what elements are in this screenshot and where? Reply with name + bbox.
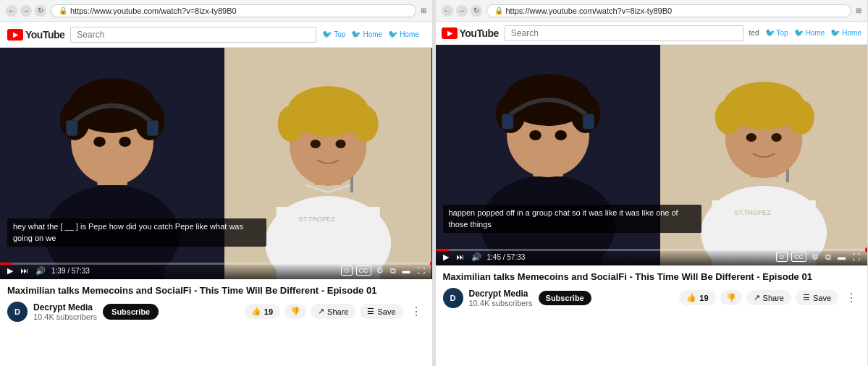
reload-button-right[interactable]: ↻ <box>471 5 482 17</box>
left-panel: ← → ↻ 🔒 https://www.youtube.com/watch?v=… <box>0 0 433 366</box>
theater-button-left[interactable]: ▬ <box>401 266 412 275</box>
svg-rect-12 <box>67 121 77 135</box>
play-button-right[interactable]: ▶ <box>442 252 450 262</box>
subtitle-text-right: happen popped off in a group chat so it … <box>449 208 678 228</box>
progress-fill-right <box>436 249 449 251</box>
twitter-top-right[interactable]: 🐦 Top <box>765 28 788 38</box>
ctrl-right-left: ⊙ CC ⚙ ⧉ ▬ ⛶ <box>341 265 426 276</box>
theater-button-right[interactable]: ▬ <box>836 252 847 261</box>
next-button-left[interactable]: ⏭ <box>19 266 30 275</box>
subscribe-button-right[interactable]: Subscribe <box>539 291 591 305</box>
share-button-left[interactable]: ↗ Share <box>311 304 355 319</box>
search-input-right[interactable] <box>505 25 743 41</box>
time-display-right: 1:45 / 57:33 <box>487 253 526 261</box>
lock-icon-right: 🔒 <box>494 7 503 14</box>
dislike-button-left[interactable]: 👎 <box>285 304 306 319</box>
miniplayer-button-left[interactable]: ⧉ <box>389 266 397 276</box>
cc-button-left[interactable]: CC <box>356 265 371 276</box>
ctrl-right-right: ⊙ CC ⚙ ⧉ ▬ ⛶ <box>776 252 861 262</box>
dislike-button-right[interactable]: 👎 <box>720 290 742 305</box>
svg-text:ST.TROPEZ: ST.TROPEZ <box>734 209 771 216</box>
volume-button-right[interactable]: 🔊 <box>470 252 483 262</box>
cc-button-right[interactable]: CC <box>791 252 806 262</box>
yt-logo-right: ▶ YouTube <box>442 27 499 39</box>
more-button-right[interactable]: ⋮ <box>843 289 860 306</box>
like-button-left[interactable]: 👍 19 <box>244 304 280 319</box>
autoplay-button-left[interactable]: ⊙ <box>341 265 353 276</box>
actions-row-right: 👍 19 👎 ↗ Share ☰ Save ⋮ <box>679 289 860 306</box>
browser-chrome-right: ← → ↻ 🔒 https://www.youtube.com/watch?v=… <box>436 0 868 22</box>
forward-button-right[interactable]: → <box>456 5 468 17</box>
browser-nav-right: ← → ↻ <box>442 5 482 17</box>
channel-avatar-left: D <box>7 302 28 322</box>
share-icon-left: ↗ <box>318 307 324 316</box>
like-button-right[interactable]: 👍 19 <box>679 290 715 305</box>
progress-fill-left <box>0 263 12 265</box>
svg-point-38 <box>555 130 567 140</box>
twitter-home2-label-r: Home <box>842 29 861 37</box>
progress-bar-left[interactable] <box>0 263 432 265</box>
channel-info-right: Decrypt Media 10.4K subscribers <box>469 289 533 307</box>
fullscreen-button-right[interactable]: ⛶ <box>851 252 861 261</box>
save-button-left[interactable]: ☰ Save <box>360 304 403 319</box>
settings-button-left[interactable]: ⚙ <box>375 266 385 276</box>
play-button-left[interactable]: ▶ <box>6 266 14 276</box>
share-button-right[interactable]: ↗ Share <box>746 290 791 305</box>
subscribe-button-left[interactable]: Subscribe <box>103 304 159 320</box>
twitter-home2-left[interactable]: 🐦 Home <box>388 30 419 39</box>
subtitle-text-left: hey what the [ __ ] is Pepe how did you … <box>13 222 243 242</box>
video-title-left: Maximilian talks Memecoins and SocialFi … <box>7 285 425 297</box>
svg-rect-39 <box>502 114 513 129</box>
lock-icon-left: 🔒 <box>59 7 67 14</box>
save-icon-left: ☰ <box>367 307 374 316</box>
channel-subs-right: 10.4K subscribers <box>469 299 533 307</box>
fullscreen-button-left[interactable]: ⛶ <box>416 266 426 275</box>
video-player-left[interactable]: ST.TROPEZ hey what the [ __ ] is Pepe ho… <box>0 48 432 279</box>
search-input-left[interactable] <box>70 27 316 43</box>
back-button-left[interactable]: ← <box>6 5 17 17</box>
twitter-top-left[interactable]: 🐦 Top <box>322 30 345 39</box>
progress-bar-right[interactable] <box>436 249 868 251</box>
address-bar-right[interactable]: 🔒 https://www.youtube.com/watch?v=8izx-t… <box>486 4 852 17</box>
svg-point-37 <box>529 130 542 140</box>
video-player-right[interactable]: ST.TROPEZ happen popped off in a group c… <box>436 45 868 265</box>
twitter-home-right[interactable]: 🐦 Home <box>794 28 825 38</box>
svg-point-24 <box>311 140 321 148</box>
miniplayer-button-right[interactable]: ⧉ <box>824 252 833 262</box>
autoplay-button-right[interactable]: ⊙ <box>776 252 788 262</box>
twitter-home2-label: Home <box>400 30 419 38</box>
twitter-top-label-r: Top <box>777 29 788 37</box>
channel-name-left[interactable]: Decrypt Media <box>33 302 97 312</box>
channel-name-right[interactable]: Decrypt Media <box>469 289 533 299</box>
next-button-right[interactable]: ⏭ <box>455 252 465 261</box>
settings-button-right[interactable]: ⚙ <box>810 252 820 262</box>
back-button-right[interactable]: ← <box>442 5 453 17</box>
subtitle-overlay-left: hey what the [ __ ] is Pepe how did you … <box>7 218 266 247</box>
forward-button-left[interactable]: → <box>20 5 32 17</box>
save-button-right[interactable]: ☰ Save <box>796 290 838 305</box>
volume-button-left[interactable]: 🔊 <box>34 266 47 276</box>
save-label-right: Save <box>813 294 831 302</box>
more-button-left[interactable]: ⋮ <box>408 303 425 320</box>
thumbup-icon-left: 👍 <box>251 307 261 316</box>
save-icon-right: ☰ <box>803 293 810 302</box>
twitter-top-label: Top <box>334 30 345 38</box>
video-controls-right: ▶ ⏭ 🔊 1:45 / 57:33 ⊙ CC ⚙ ⧉ ▬ ⛶ <box>436 249 868 265</box>
reload-button-left[interactable]: ↻ <box>35 5 46 17</box>
video-title-right: Maximilian talks Memecoins and SocialFi … <box>443 271 861 284</box>
twitter-home-left[interactable]: 🐦 Home <box>351 30 382 39</box>
address-bar-left[interactable]: 🔒 https://www.youtube.com/watch?v=8izx-t… <box>51 4 416 17</box>
browser-chrome-left: ← → ↻ 🔒 https://www.youtube.com/watch?v=… <box>0 0 432 22</box>
twitter-home2-right[interactable]: 🐦 Home <box>830 28 861 38</box>
twitter-icon-home2: 🐦 <box>388 30 398 39</box>
time-display-left: 1:39 / 57:33 <box>51 267 90 275</box>
yt-nav-right: ▶ YouTube ted 🐦 Top 🐦 Home 🐦 Home <box>436 22 868 45</box>
like-count-left: 19 <box>264 307 273 316</box>
browser-nav-left: ← → ↻ <box>6 5 46 17</box>
twitter-icon-home-r: 🐦 <box>794 28 804 38</box>
url-text-right: https://www.youtube.com/watch?v=8izx-ty8… <box>506 7 673 15</box>
thumbup-icon-right: 👍 <box>686 293 696 302</box>
yt-logo-text-right: YouTube <box>460 27 499 39</box>
twitter-home-label: Home <box>363 30 382 38</box>
yt-logo-play-left: ▶ <box>7 29 23 41</box>
